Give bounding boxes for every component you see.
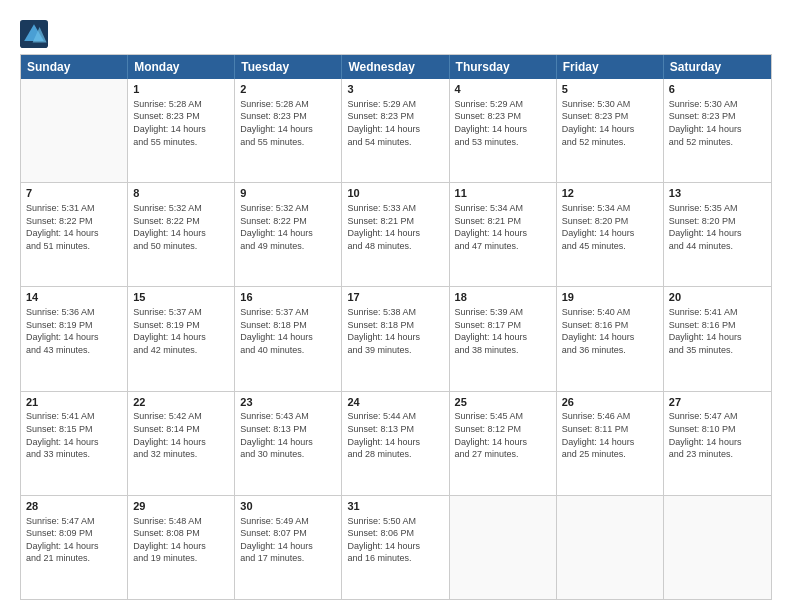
day-cell-5: 5Sunrise: 5:30 AM Sunset: 8:23 PM Daylig… bbox=[557, 79, 664, 182]
day-info: Sunrise: 5:47 AM Sunset: 8:10 PM Dayligh… bbox=[669, 410, 766, 460]
day-number: 16 bbox=[240, 290, 336, 305]
day-cell-empty-0-0 bbox=[21, 79, 128, 182]
day-cell-empty-4-4 bbox=[450, 496, 557, 599]
day-info: Sunrise: 5:45 AM Sunset: 8:12 PM Dayligh… bbox=[455, 410, 551, 460]
header-day-saturday: Saturday bbox=[664, 55, 771, 79]
day-number: 14 bbox=[26, 290, 122, 305]
day-info: Sunrise: 5:28 AM Sunset: 8:23 PM Dayligh… bbox=[240, 98, 336, 148]
day-number: 11 bbox=[455, 186, 551, 201]
calendar: SundayMondayTuesdayWednesdayThursdayFrid… bbox=[20, 54, 772, 600]
day-cell-16: 16Sunrise: 5:37 AM Sunset: 8:18 PM Dayli… bbox=[235, 287, 342, 390]
calendar-body: 1Sunrise: 5:28 AM Sunset: 8:23 PM Daylig… bbox=[21, 79, 771, 599]
day-cell-20: 20Sunrise: 5:41 AM Sunset: 8:16 PM Dayli… bbox=[664, 287, 771, 390]
day-cell-29: 29Sunrise: 5:48 AM Sunset: 8:08 PM Dayli… bbox=[128, 496, 235, 599]
day-cell-25: 25Sunrise: 5:45 AM Sunset: 8:12 PM Dayli… bbox=[450, 392, 557, 495]
day-info: Sunrise: 5:37 AM Sunset: 8:19 PM Dayligh… bbox=[133, 306, 229, 356]
day-cell-17: 17Sunrise: 5:38 AM Sunset: 8:18 PM Dayli… bbox=[342, 287, 449, 390]
day-info: Sunrise: 5:28 AM Sunset: 8:23 PM Dayligh… bbox=[133, 98, 229, 148]
day-number: 30 bbox=[240, 499, 336, 514]
day-info: Sunrise: 5:40 AM Sunset: 8:16 PM Dayligh… bbox=[562, 306, 658, 356]
day-info: Sunrise: 5:31 AM Sunset: 8:22 PM Dayligh… bbox=[26, 202, 122, 252]
day-info: Sunrise: 5:32 AM Sunset: 8:22 PM Dayligh… bbox=[240, 202, 336, 252]
header-day-thursday: Thursday bbox=[450, 55, 557, 79]
header bbox=[20, 16, 772, 48]
day-number: 31 bbox=[347, 499, 443, 514]
day-cell-6: 6Sunrise: 5:30 AM Sunset: 8:23 PM Daylig… bbox=[664, 79, 771, 182]
header-day-monday: Monday bbox=[128, 55, 235, 79]
day-cell-empty-4-6 bbox=[664, 496, 771, 599]
day-number: 2 bbox=[240, 82, 336, 97]
calendar-row-4: 28Sunrise: 5:47 AM Sunset: 8:09 PM Dayli… bbox=[21, 495, 771, 599]
day-info: Sunrise: 5:46 AM Sunset: 8:11 PM Dayligh… bbox=[562, 410, 658, 460]
day-cell-15: 15Sunrise: 5:37 AM Sunset: 8:19 PM Dayli… bbox=[128, 287, 235, 390]
day-cell-3: 3Sunrise: 5:29 AM Sunset: 8:23 PM Daylig… bbox=[342, 79, 449, 182]
day-cell-27: 27Sunrise: 5:47 AM Sunset: 8:10 PM Dayli… bbox=[664, 392, 771, 495]
day-cell-2: 2Sunrise: 5:28 AM Sunset: 8:23 PM Daylig… bbox=[235, 79, 342, 182]
day-cell-23: 23Sunrise: 5:43 AM Sunset: 8:13 PM Dayli… bbox=[235, 392, 342, 495]
day-info: Sunrise: 5:49 AM Sunset: 8:07 PM Dayligh… bbox=[240, 515, 336, 565]
logo bbox=[20, 20, 50, 48]
day-cell-24: 24Sunrise: 5:44 AM Sunset: 8:13 PM Dayli… bbox=[342, 392, 449, 495]
day-cell-31: 31Sunrise: 5:50 AM Sunset: 8:06 PM Dayli… bbox=[342, 496, 449, 599]
day-info: Sunrise: 5:30 AM Sunset: 8:23 PM Dayligh… bbox=[669, 98, 766, 148]
day-number: 21 bbox=[26, 395, 122, 410]
day-number: 23 bbox=[240, 395, 336, 410]
day-cell-28: 28Sunrise: 5:47 AM Sunset: 8:09 PM Dayli… bbox=[21, 496, 128, 599]
day-number: 28 bbox=[26, 499, 122, 514]
day-info: Sunrise: 5:35 AM Sunset: 8:20 PM Dayligh… bbox=[669, 202, 766, 252]
day-number: 29 bbox=[133, 499, 229, 514]
day-cell-26: 26Sunrise: 5:46 AM Sunset: 8:11 PM Dayli… bbox=[557, 392, 664, 495]
day-info: Sunrise: 5:29 AM Sunset: 8:23 PM Dayligh… bbox=[455, 98, 551, 148]
day-cell-30: 30Sunrise: 5:49 AM Sunset: 8:07 PM Dayli… bbox=[235, 496, 342, 599]
day-number: 15 bbox=[133, 290, 229, 305]
logo-icon bbox=[20, 20, 48, 48]
day-cell-empty-4-5 bbox=[557, 496, 664, 599]
day-number: 4 bbox=[455, 82, 551, 97]
day-number: 20 bbox=[669, 290, 766, 305]
day-number: 18 bbox=[455, 290, 551, 305]
day-number: 8 bbox=[133, 186, 229, 201]
day-info: Sunrise: 5:41 AM Sunset: 8:15 PM Dayligh… bbox=[26, 410, 122, 460]
day-number: 5 bbox=[562, 82, 658, 97]
day-number: 24 bbox=[347, 395, 443, 410]
day-info: Sunrise: 5:29 AM Sunset: 8:23 PM Dayligh… bbox=[347, 98, 443, 148]
header-day-sunday: Sunday bbox=[21, 55, 128, 79]
day-number: 27 bbox=[669, 395, 766, 410]
day-cell-14: 14Sunrise: 5:36 AM Sunset: 8:19 PM Dayli… bbox=[21, 287, 128, 390]
calendar-header: SundayMondayTuesdayWednesdayThursdayFrid… bbox=[21, 55, 771, 79]
calendar-row-1: 7Sunrise: 5:31 AM Sunset: 8:22 PM Daylig… bbox=[21, 182, 771, 286]
page: SundayMondayTuesdayWednesdayThursdayFrid… bbox=[0, 0, 792, 612]
day-cell-1: 1Sunrise: 5:28 AM Sunset: 8:23 PM Daylig… bbox=[128, 79, 235, 182]
day-info: Sunrise: 5:47 AM Sunset: 8:09 PM Dayligh… bbox=[26, 515, 122, 565]
day-cell-12: 12Sunrise: 5:34 AM Sunset: 8:20 PM Dayli… bbox=[557, 183, 664, 286]
day-info: Sunrise: 5:43 AM Sunset: 8:13 PM Dayligh… bbox=[240, 410, 336, 460]
day-cell-18: 18Sunrise: 5:39 AM Sunset: 8:17 PM Dayli… bbox=[450, 287, 557, 390]
calendar-row-2: 14Sunrise: 5:36 AM Sunset: 8:19 PM Dayli… bbox=[21, 286, 771, 390]
day-info: Sunrise: 5:38 AM Sunset: 8:18 PM Dayligh… bbox=[347, 306, 443, 356]
day-cell-8: 8Sunrise: 5:32 AM Sunset: 8:22 PM Daylig… bbox=[128, 183, 235, 286]
day-info: Sunrise: 5:30 AM Sunset: 8:23 PM Dayligh… bbox=[562, 98, 658, 148]
day-number: 26 bbox=[562, 395, 658, 410]
header-day-wednesday: Wednesday bbox=[342, 55, 449, 79]
day-number: 3 bbox=[347, 82, 443, 97]
day-cell-9: 9Sunrise: 5:32 AM Sunset: 8:22 PM Daylig… bbox=[235, 183, 342, 286]
calendar-row-3: 21Sunrise: 5:41 AM Sunset: 8:15 PM Dayli… bbox=[21, 391, 771, 495]
calendar-row-0: 1Sunrise: 5:28 AM Sunset: 8:23 PM Daylig… bbox=[21, 79, 771, 182]
day-number: 19 bbox=[562, 290, 658, 305]
day-info: Sunrise: 5:37 AM Sunset: 8:18 PM Dayligh… bbox=[240, 306, 336, 356]
day-info: Sunrise: 5:50 AM Sunset: 8:06 PM Dayligh… bbox=[347, 515, 443, 565]
day-number: 1 bbox=[133, 82, 229, 97]
day-number: 7 bbox=[26, 186, 122, 201]
day-number: 22 bbox=[133, 395, 229, 410]
day-info: Sunrise: 5:33 AM Sunset: 8:21 PM Dayligh… bbox=[347, 202, 443, 252]
day-info: Sunrise: 5:34 AM Sunset: 8:21 PM Dayligh… bbox=[455, 202, 551, 252]
day-cell-19: 19Sunrise: 5:40 AM Sunset: 8:16 PM Dayli… bbox=[557, 287, 664, 390]
day-number: 17 bbox=[347, 290, 443, 305]
day-number: 13 bbox=[669, 186, 766, 201]
header-day-friday: Friday bbox=[557, 55, 664, 79]
day-cell-11: 11Sunrise: 5:34 AM Sunset: 8:21 PM Dayli… bbox=[450, 183, 557, 286]
header-day-tuesday: Tuesday bbox=[235, 55, 342, 79]
day-number: 9 bbox=[240, 186, 336, 201]
day-info: Sunrise: 5:39 AM Sunset: 8:17 PM Dayligh… bbox=[455, 306, 551, 356]
day-info: Sunrise: 5:48 AM Sunset: 8:08 PM Dayligh… bbox=[133, 515, 229, 565]
